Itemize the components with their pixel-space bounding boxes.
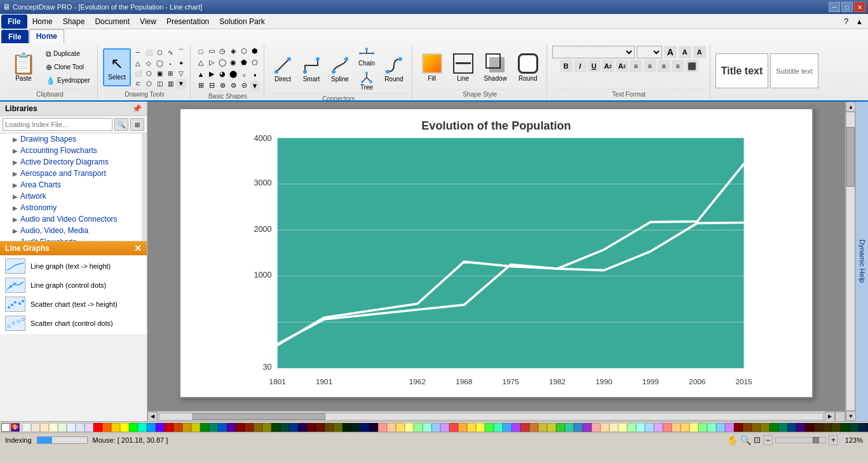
underline-btn[interactable]: U <box>588 60 600 72</box>
bs-4[interactable]: ◈ <box>228 46 238 57</box>
palette-cell-19[interactable] <box>191 423 200 432</box>
palette-cell-84[interactable] <box>770 423 778 432</box>
menu-document[interactable]: Document <box>90 15 135 29</box>
palette-cell-2[interactable] <box>40 423 49 432</box>
palette-cell-27[interactable] <box>262 423 271 432</box>
text-expand-btn[interactable]: ⬛ <box>686 60 698 72</box>
palette-cell-16[interactable] <box>165 423 173 432</box>
palette-cell-1[interactable] <box>31 423 40 432</box>
line-graphs-header[interactable]: Line Graphs ✕ <box>0 241 147 255</box>
round-style-btn[interactable]: Round <box>513 48 543 86</box>
bs-17[interactable]: ⬦ <box>239 69 249 79</box>
palette-cell-90[interactable] <box>823 423 832 432</box>
subtitle-text-btn[interactable]: Subtitle text <box>770 53 818 88</box>
bs-11[interactable]: ⬟ <box>239 57 249 68</box>
palette-cell-67[interactable] <box>618 423 627 432</box>
select-btn[interactable]: ↖ Select <box>103 48 131 86</box>
palette-cell-25[interactable] <box>245 423 254 432</box>
align-left-btn[interactable]: ≡ <box>630 60 642 72</box>
palette-cell-22[interactable] <box>218 423 227 432</box>
palette-cell-6[interactable] <box>76 423 85 432</box>
palette-cell-70[interactable] <box>645 423 654 432</box>
bs-14[interactable]: ▶ <box>207 69 217 79</box>
bs-18[interactable]: ⬧ <box>250 69 260 79</box>
draw-tool-9[interactable]: ⬩ <box>165 58 175 68</box>
draw-tool-17[interactable]: ⬡ <box>144 79 154 88</box>
search-input[interactable] <box>3 118 112 131</box>
menu-view[interactable]: View <box>135 15 161 29</box>
palette-cell-92[interactable] <box>841 423 850 432</box>
lg-item-4[interactable]: Scatter chart (control dots) <box>0 314 147 333</box>
subscript-btn[interactable]: A2 <box>616 60 628 72</box>
palette-cell-37[interactable] <box>351 423 360 432</box>
palette-cell-62[interactable] <box>574 423 583 432</box>
palette-cell-44[interactable] <box>414 423 423 432</box>
smart-btn[interactable]: Smart <box>298 51 325 89</box>
draw-tool-5[interactable]: ⌒ <box>176 46 186 58</box>
palette-cell-77[interactable] <box>707 423 716 432</box>
palette-cell-47[interactable] <box>440 423 449 432</box>
lib-item-area-charts[interactable]: ▶Area Charts <box>0 179 142 191</box>
palette-cell-20[interactable] <box>200 423 209 432</box>
bs-23[interactable]: ⊝ <box>239 80 249 91</box>
align-justify-btn[interactable]: ≡ <box>672 60 684 72</box>
chain-btn[interactable]: Chain <box>355 46 378 69</box>
palette-cell-31[interactable] <box>298 423 307 432</box>
palette-cell-13[interactable] <box>138 423 147 432</box>
lg-item-1[interactable]: Line graph (text -> height) <box>0 257 147 276</box>
palette-cell-52[interactable] <box>485 423 494 432</box>
lib-item-artwork[interactable]: ▶Artwork <box>0 191 142 202</box>
bs-10[interactable]: ◉ <box>228 57 238 68</box>
zoom-slider[interactable] <box>775 437 826 443</box>
menu-file[interactable]: File <box>1 15 27 29</box>
bs-3[interactable]: ◷ <box>217 46 227 57</box>
zoom-in-btn[interactable]: + <box>829 435 838 445</box>
palette-cell-75[interactable] <box>689 423 698 432</box>
lg-item-2[interactable]: Line graph (control dots) <box>0 276 147 295</box>
palette-cell-30[interactable] <box>289 423 298 432</box>
palette-cell-21[interactable] <box>209 423 218 432</box>
lg-item-3[interactable]: Scatter chart (text -> height) <box>0 295 147 314</box>
palette-cell-12[interactable] <box>129 423 138 432</box>
palette-cell-80[interactable] <box>734 423 743 432</box>
palette-cell-89[interactable] <box>814 423 823 432</box>
paste-btn[interactable]: 📋 Paste <box>6 48 41 86</box>
draw-tool-11[interactable]: ⬜ <box>133 69 143 78</box>
v-scroll-down-btn[interactable]: ▼ <box>846 411 856 421</box>
clone-tool-btn[interactable]: ⊕ Clone Tool <box>43 61 93 74</box>
palette-cell-29[interactable] <box>280 423 289 432</box>
palette-cell-9[interactable] <box>102 423 111 432</box>
palette-cell-4[interactable] <box>58 423 67 432</box>
lib-item-accounting[interactable]: ▶Accounting Flowcharts <box>0 145 142 156</box>
draw-tool-13[interactable]: ▣ <box>154 69 165 78</box>
bs-5[interactable]: ⬡ <box>239 46 249 57</box>
palette-cell-60[interactable] <box>556 423 565 432</box>
palette-icon-2[interactable]: 🎨 <box>11 423 20 432</box>
palette-cell-88[interactable] <box>805 423 814 432</box>
draw-tool-6[interactable]: △ <box>133 58 143 68</box>
round-connector-btn[interactable]: Round <box>380 51 407 89</box>
zoom-icon[interactable]: 🔍 <box>740 435 751 445</box>
help-icon[interactable]: ? <box>840 15 852 27</box>
bs-12[interactable]: ⬠ <box>250 57 260 68</box>
draw-tool-12[interactable]: ⬡ <box>144 69 154 78</box>
palette-cell-55[interactable] <box>512 423 520 432</box>
bs-7[interactable]: △ <box>196 57 206 68</box>
palette-cell-50[interactable] <box>467 423 476 432</box>
draw-tool-14[interactable]: ⊞ <box>165 69 175 78</box>
align-right-btn[interactable]: ≡ <box>658 60 670 72</box>
palette-cell-7[interactable] <box>85 423 93 432</box>
eyedropper-btn[interactable]: 💧 Eyedropper <box>43 74 93 87</box>
draw-tool-19[interactable]: ▥ <box>165 79 175 88</box>
bs-19[interactable]: ⊞ <box>196 80 206 91</box>
bs-6[interactable]: ⬢ <box>250 46 260 57</box>
palette-cell-51[interactable] <box>476 423 485 432</box>
palette-cell-17[interactable] <box>173 423 182 432</box>
palette-cell-42[interactable] <box>396 423 405 432</box>
v-scroll-thumb[interactable] <box>846 127 855 187</box>
palette-cell-38[interactable] <box>360 423 369 432</box>
palette-cell-36[interactable] <box>342 423 351 432</box>
palette-cell-64[interactable] <box>592 423 600 432</box>
palette-cell-32[interactable] <box>307 423 316 432</box>
palette-cell-94[interactable] <box>858 423 867 432</box>
